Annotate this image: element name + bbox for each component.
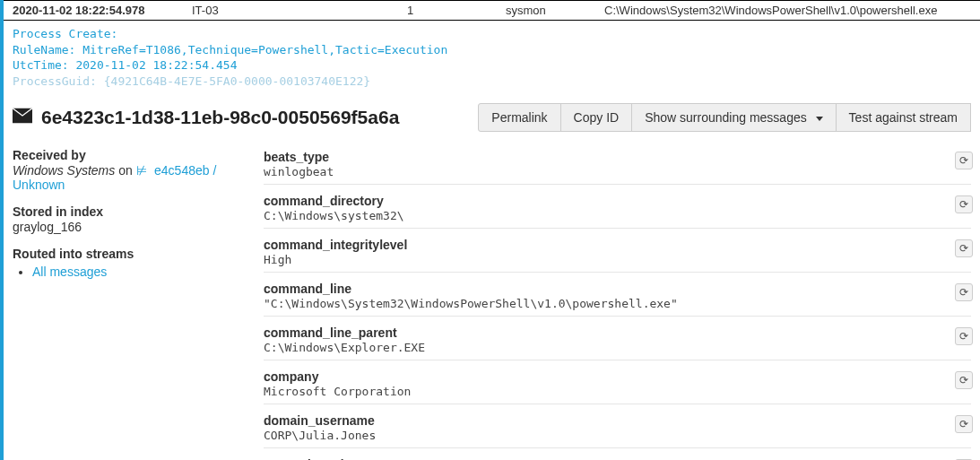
raw-line: ProcessGuid: {4921C64B-4E7E-5FA0-0000-00… xyxy=(13,74,971,90)
field-value: winlogbeat xyxy=(264,165,971,178)
field-row: command_line_parentC:\Windows\Explorer.E… xyxy=(264,324,971,360)
field-key: beats_type xyxy=(264,150,971,164)
host: IT-03 xyxy=(192,4,407,17)
stored-index-label: Stored in index xyxy=(13,204,246,219)
raw-line: UtcTime: 2020-11-02 18:22:54.454 xyxy=(13,57,971,74)
message-id: 6e4323c1-1d38-11eb-98c0-0050569f5a6a xyxy=(41,107,399,128)
field-key: command_line_parent xyxy=(264,325,971,340)
message-actions: Permalink Copy ID Show surrounding messa… xyxy=(479,103,971,132)
received-by-value: Windows Systems on ⊭ e4c548eb / Unknown xyxy=(13,163,246,192)
field-key: command_integritylevel xyxy=(264,238,971,252)
event-number: 1 xyxy=(407,4,506,17)
field-value: Microsoft Corporation xyxy=(264,385,971,398)
permalink-button[interactable]: Permalink xyxy=(478,103,560,132)
routed-streams-label: Routed into streams xyxy=(13,247,246,261)
raw-line: RuleName: MitreRef=T1086,Technique=Power… xyxy=(13,42,971,58)
copy-id-button[interactable]: Copy ID xyxy=(560,103,633,132)
stream-link[interactable]: All messages xyxy=(32,265,107,279)
field-actions-button[interactable]: ⟳ xyxy=(955,327,973,345)
field-row: event_data_descWindows PowerShell⟳ xyxy=(264,456,971,460)
field-value: High xyxy=(264,253,971,266)
envelope-icon xyxy=(13,107,32,128)
field-key: command_line xyxy=(264,282,971,296)
field-actions-button[interactable]: ⟳ xyxy=(955,152,973,169)
field-key: domain_username xyxy=(264,413,971,428)
source: sysmon xyxy=(506,4,604,17)
field-key: command_directory xyxy=(264,194,971,208)
received-by-label: Received by xyxy=(13,148,246,162)
show-surrounding-button[interactable]: Show surrounding messages xyxy=(631,103,836,132)
field-key: company xyxy=(264,369,971,384)
message-meta-sidebar: Received by Windows Systems on ⊭ e4c548e… xyxy=(13,148,264,460)
raw-message: Process Create: RuleName: MitreRef=T1086… xyxy=(4,21,980,98)
process-path: C:\Windows\System32\WindowsPowerShell\v1… xyxy=(604,4,971,17)
field-actions-button[interactable]: ⟳ xyxy=(955,195,973,213)
field-actions-button[interactable]: ⟳ xyxy=(955,239,973,257)
message-id-heading: 6e4323c1-1d38-11eb-98c0-0050569f5a6a xyxy=(13,107,399,128)
field-row: domain_usernameCORP\Julia.Jones⟳ xyxy=(264,412,971,448)
field-row: command_line"C:\Windows\System32\Windows… xyxy=(264,280,971,317)
timestamp: 2020-11-02 18:22:54.978 xyxy=(13,4,192,17)
field-value: C:\Windows\system32\ xyxy=(264,209,971,222)
field-actions-button[interactable]: ⟳ xyxy=(955,371,973,389)
raw-line: Process Create: xyxy=(13,26,971,42)
chevron-down-icon xyxy=(816,117,823,121)
field-row: companyMicrosoft Corporation⟳ xyxy=(264,368,971,404)
field-value: C:\Windows\Explorer.EXE xyxy=(264,341,971,354)
field-value: "C:\Windows\System32\WindowsPowerShell\v… xyxy=(264,297,971,310)
field-actions-button[interactable]: ⟳ xyxy=(955,283,973,301)
field-row: beats_typewinlogbeat⟳ xyxy=(264,148,971,185)
message-fields: beats_typewinlogbeat⟳command_directoryC:… xyxy=(264,148,971,460)
field-value: CORP\Julia.Jones xyxy=(264,429,971,442)
log-summary-row: 2020-11-02 18:22:54.978 IT-03 1 sysmon C… xyxy=(4,0,980,21)
test-stream-button[interactable]: Test against stream xyxy=(836,103,971,132)
field-row: command_directoryC:\Windows\system32\⟳ xyxy=(264,192,971,229)
field-actions-button[interactable]: ⟳ xyxy=(955,415,973,433)
field-row: command_integritylevelHigh⟳ xyxy=(264,236,971,273)
stored-index-value: graylog_166 xyxy=(13,220,246,234)
